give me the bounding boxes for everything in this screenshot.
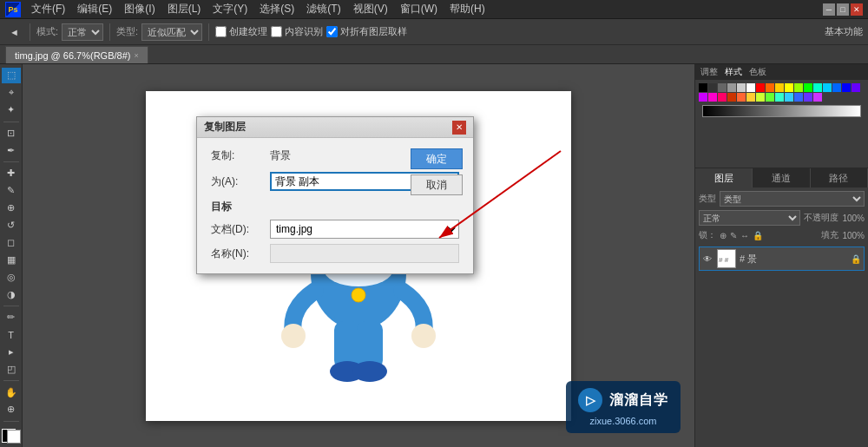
color-swatch[interactable] (832, 83, 841, 92)
panel-tab-adjust[interactable]: 调整 (700, 66, 718, 78)
dialog-close-btn[interactable]: ✕ (452, 121, 466, 135)
tab-close-btn[interactable]: × (134, 51, 138, 60)
menu-view[interactable]: 视图(V) (348, 0, 393, 18)
menu-edit[interactable]: 编辑(E) (72, 0, 117, 18)
color-swatch[interactable] (804, 93, 812, 102)
tool-shape[interactable]: ◰ (2, 361, 21, 377)
menu-image[interactable]: 图像(I) (119, 0, 160, 18)
color-swatch[interactable] (756, 93, 765, 102)
tool-hand[interactable]: ✋ (2, 385, 21, 400)
panel-tab-style[interactable]: 样式 (725, 66, 742, 78)
toolbar-separator-1 (30, 23, 30, 41)
cancel-button[interactable]: 取消 (411, 174, 463, 195)
layer-item[interactable]: 👁 # # # 景 🔒 (699, 247, 865, 271)
color-swatch[interactable] (727, 83, 736, 92)
ok-button[interactable]: 确定 (411, 148, 463, 169)
color-swatch[interactable] (775, 93, 784, 102)
lock-pos-icon[interactable]: ⊕ (720, 231, 727, 240)
color-swatch[interactable] (804, 83, 812, 92)
color-swatch[interactable] (794, 83, 803, 92)
menu-type[interactable]: 文字(Y) (207, 0, 253, 18)
color-swatch[interactable] (746, 93, 755, 102)
option2-checkbox[interactable]: 内容识别 (271, 25, 323, 38)
option3-checkbox[interactable]: 对折有图层取样 (326, 25, 407, 38)
lock-label: 锁： (699, 229, 716, 241)
maximize-button[interactable]: □ (837, 3, 849, 16)
color-swatch[interactable] (737, 83, 746, 92)
menu-layer[interactable]: 图层(L) (162, 0, 207, 18)
duplicate-layer-dialog[interactable]: 复制图层 ✕ 复制: 背景 为(A): 目标 文档(D): (196, 116, 474, 274)
color-swatch[interactable] (813, 93, 822, 102)
panel-tab-paths[interactable]: 路径 (811, 168, 868, 187)
lock-fill-row: 锁： ⊕ ✎ ↔ 🔒 填充 100% (699, 229, 865, 241)
tool-magic-wand[interactable]: ✦ (2, 102, 21, 118)
menu-help[interactable]: 帮助(H) (444, 0, 490, 18)
tools-panel: ⬚ ⌖ ✦ ⊡ ✒ ✚ ✎ ⊕ ↺ ◻ ▦ ◎ ◑ ✏ T ▸ ◰ ✋ ⊕ (0, 64, 23, 447)
color-swatch[interactable] (766, 83, 774, 92)
color-swatch[interactable] (708, 93, 717, 102)
color-swatch[interactable] (699, 83, 707, 92)
color-swatch[interactable] (785, 93, 793, 102)
close-button[interactable]: ✕ (851, 3, 863, 16)
lock-all-icon[interactable]: 🔒 (753, 231, 763, 240)
dialog-title: 复制图层 (204, 120, 246, 135)
tool-text[interactable]: T (2, 327, 21, 343)
tool-pen[interactable]: ✏ (2, 310, 21, 325)
color-swatch[interactable] (737, 93, 746, 102)
color-swatch[interactable] (852, 83, 860, 92)
color-swatch[interactable] (756, 83, 765, 92)
layer-type-select[interactable]: 类型 (720, 191, 865, 207)
tool-heal[interactable]: ✚ (2, 166, 21, 181)
tool-blur[interactable]: ◎ (2, 269, 21, 285)
mode-select[interactable]: 正常 (62, 23, 103, 41)
tool-eyedropper[interactable]: ✒ (2, 142, 21, 158)
tool-dodge[interactable]: ◑ (2, 286, 21, 302)
tool-eraser[interactable]: ◻ (2, 234, 21, 250)
color-panel: 调整 样式 色板 (695, 64, 868, 168)
panel-tab-layers[interactable]: 图层 (695, 168, 753, 187)
color-swatch[interactable] (718, 93, 727, 102)
menu-window[interactable]: 窗口(W) (395, 0, 443, 18)
color-swatch[interactable] (766, 93, 774, 102)
panel-tab-channels[interactable]: 通道 (753, 168, 810, 187)
tool-zoom[interactable]: ⊕ (2, 402, 21, 417)
doc-select[interactable]: timg.jpg (270, 220, 459, 239)
mode-label: 模式: (36, 25, 58, 38)
tool-back-btn[interactable]: ◄ (5, 23, 23, 42)
color-swatch[interactable] (794, 93, 803, 102)
color-swatch[interactable] (727, 93, 736, 102)
tool-marquee[interactable]: ⬚ (2, 68, 21, 83)
tool-crop[interactable]: ⊡ (2, 125, 21, 141)
tool-path-select[interactable]: ▸ (2, 345, 21, 360)
fg-bg-colors[interactable] (2, 429, 21, 444)
tool-stamp[interactable]: ⊕ (2, 200, 21, 216)
menu-file[interactable]: 文件(F) (26, 0, 70, 18)
type-select[interactable]: 近似匹配 (141, 23, 202, 41)
minimize-button[interactable]: ─ (823, 3, 835, 16)
layer-visibility-icon[interactable]: 👁 (701, 253, 713, 265)
color-swatch[interactable] (746, 83, 755, 92)
color-swatch[interactable] (718, 83, 727, 92)
menu-filter[interactable]: 滤镜(T) (301, 0, 345, 18)
tool-lasso[interactable]: ⌖ (2, 85, 21, 101)
name-label: 名称(N): (211, 247, 263, 261)
window-controls: ─ □ ✕ (823, 3, 863, 16)
panel-tab-color[interactable]: 色板 (749, 66, 766, 78)
color-swatch[interactable] (785, 83, 793, 92)
color-swatch[interactable] (813, 83, 822, 92)
lock-move-icon[interactable]: ↔ (740, 231, 749, 240)
menu-select[interactable]: 选择(S) (254, 0, 299, 18)
color-swatch[interactable] (699, 93, 707, 102)
color-swatch[interactable] (775, 83, 784, 92)
bg-color[interactable] (7, 430, 21, 444)
color-swatch[interactable] (823, 83, 832, 92)
blend-mode-select[interactable]: 正常 (699, 210, 800, 226)
color-swatch[interactable] (708, 83, 717, 92)
tool-brush[interactable]: ✎ (2, 183, 21, 199)
tool-history[interactable]: ↺ (2, 218, 21, 233)
option1-checkbox[interactable]: 创建纹理 (215, 25, 267, 38)
tool-gradient[interactable]: ▦ (2, 252, 21, 267)
lock-pixel-icon[interactable]: ✎ (730, 231, 737, 240)
tab-timg[interactable]: timg.jpg @ 66.7%(RGB/8#) × (5, 46, 148, 63)
color-swatch[interactable] (842, 83, 851, 92)
